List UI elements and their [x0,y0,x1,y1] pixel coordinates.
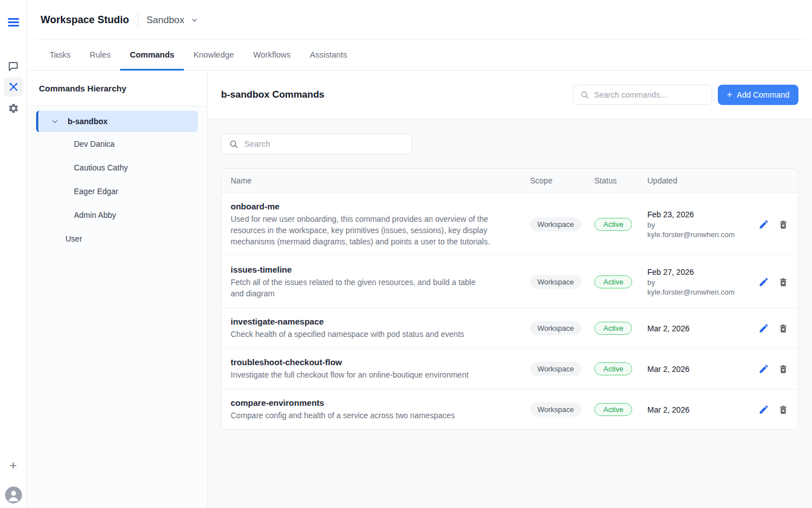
tree-item-user[interactable]: User [27,227,207,251]
command-name: onboard-me [231,202,491,211]
main-header: b-sandbox Commands + Add Command [208,71,812,119]
tree-item-label: b-sandbox [68,117,108,126]
tree-item-eager-edgar[interactable]: Eager Edgar [27,179,207,203]
table-header-row: Name Scope Status Updated [222,169,798,193]
main-panel: b-sandbox Commands + Add Command [208,71,812,508]
scope-badge: Workspace [530,402,581,417]
icon-rail: + [0,0,27,508]
scope-badge: Workspace [530,217,581,231]
updated-date: Feb 27, 2026 [647,268,755,277]
tab-rules[interactable]: Rules [80,40,120,71]
command-description: Compare config and health of a service a… [231,410,491,421]
updated-date: Mar 2, 2026 [647,324,755,333]
table-row: onboard-me Used for new user onboarding,… [222,193,798,256]
table-search-input[interactable] [244,139,404,148]
add-command-label: Add Command [737,90,789,99]
command-name: troubleshoot-checkout-flow [231,357,491,367]
table-search-box [221,134,412,154]
updated-by-email: kyle.forster@runwhen.com [647,288,755,296]
command-name: compare-environments [231,398,491,408]
main-body: Name Scope Status Updated onboard-me Use… [208,119,812,508]
tab-knowledge[interactable]: Knowledge [184,40,244,71]
hamburger-menu-icon[interactable] [8,18,19,27]
command-description: Used for new user onboarding, this comma… [231,213,491,247]
column-header-updated: Updated [647,176,755,185]
search-commands-input[interactable] [594,90,705,99]
tree-item-admin-abby[interactable]: Admin Abby [27,203,207,227]
command-description: Fetch all of the issues related to the g… [231,277,491,299]
settings-gear-icon[interactable] [4,99,23,118]
edit-icon[interactable] [758,364,769,375]
updated-by-email: kyle.forster@runwhen.com [647,230,755,239]
edit-icon[interactable] [758,219,769,230]
scope-badge: Workspace [530,275,581,289]
updated-by-label: by [647,278,755,287]
app-title: Workspace Studio [41,14,129,26]
commands-table: Name Scope Status Updated onboard-me Use… [221,168,798,430]
command-name: issues-timeline [231,265,491,274]
command-name: investigate-namespace [231,317,491,326]
tree-item-b-sandbox[interactable]: b-sandbox [36,111,198,132]
commands-search-box [573,85,712,105]
hierarchy-tree: b-sandbox Dev Danica Cautious Cathy Eage… [27,106,207,251]
tab-tasks[interactable]: Tasks [40,40,80,71]
chat-icon[interactable] [4,56,23,75]
sidebar-title: Commands Hierarchy [39,84,126,93]
chevron-down-icon [51,117,59,126]
updated-date: Mar 2, 2026 [647,365,755,374]
tab-assistants[interactable]: Assistants [300,40,356,71]
edit-icon[interactable] [758,404,769,415]
workspace-name: Sandbox [147,15,184,26]
table-row: compare-environments Compare config and … [222,389,798,430]
search-icon [229,139,239,149]
tab-workflows[interactable]: Workflows [244,40,301,71]
edit-icon[interactable] [758,323,769,334]
status-badge: Active [594,403,632,416]
add-command-button[interactable]: + Add Command [718,85,798,105]
command-description: Investigate the full checkout flow for a… [231,369,491,380]
divider [138,13,138,28]
add-icon[interactable]: + [10,459,17,472]
app: Workspace Studio Sandbox Tasks Rules Com… [27,0,812,508]
page-title: b-sandbox Commands [221,89,324,100]
column-header-name: Name [231,176,530,185]
column-header-scope: Scope [530,176,594,185]
column-header-status: Status [594,176,647,185]
status-badge: Active [594,322,632,335]
delete-icon[interactable] [778,404,789,415]
status-badge: Active [594,218,632,231]
edit-icon[interactable] [758,277,769,288]
tab-bar: Tasks Rules Commands Knowledge Workflows… [27,40,812,71]
status-badge: Active [594,362,632,375]
delete-icon[interactable] [778,323,789,334]
tree-item-dev-danica[interactable]: Dev Danica [27,132,207,156]
plus-icon: + [727,90,732,99]
updated-by-label: by [647,221,755,229]
tools-icon[interactable] [4,77,23,97]
delete-icon[interactable] [778,219,789,230]
table-row: issues-timeline Fetch all of the issues … [222,256,798,308]
top-bar: Workspace Studio Sandbox [27,0,812,40]
delete-icon[interactable] [778,277,789,288]
chevron-down-icon [191,16,198,24]
table-row: troubleshoot-checkout-flow Investigate t… [222,349,798,389]
sidebar-header: Commands Hierarchy [27,71,207,106]
updated-date: Feb 23, 2026 [647,210,755,219]
delete-icon[interactable] [778,364,789,375]
updated-date: Mar 2, 2026 [647,405,755,414]
scope-badge: Workspace [530,362,581,376]
table-row: investigate-namespace Check health of a … [222,308,798,349]
tab-commands[interactable]: Commands [120,40,184,71]
command-description: Check health of a specified namespace wi… [231,329,491,340]
status-badge: Active [594,275,632,288]
commands-hierarchy-sidebar: Commands Hierarchy b-sandbox Dev Danica … [27,71,208,508]
scope-badge: Workspace [530,321,581,335]
search-icon [580,90,589,99]
tree-item-cautious-cathy[interactable]: Cautious Cathy [27,156,207,179]
user-avatar[interactable] [5,487,22,503]
workspace-selector[interactable]: Sandbox [147,15,198,26]
